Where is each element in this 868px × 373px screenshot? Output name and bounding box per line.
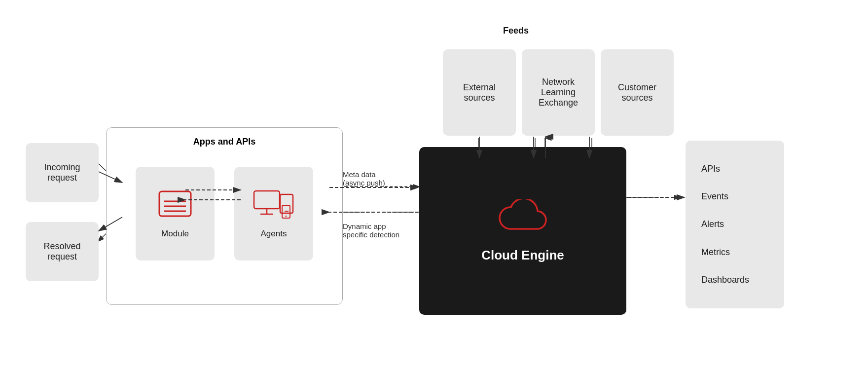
customer-sources-box: Customer sources	[601, 49, 674, 136]
cloud-engine-box: Cloud Engine	[419, 147, 626, 315]
output-events: Events	[701, 191, 728, 202]
meta-data-label: Meta data (async push)	[343, 170, 385, 187]
external-sources-box: External sources	[443, 49, 516, 136]
agents-icon	[252, 188, 296, 224]
cloud-icon	[498, 199, 547, 239]
agents-box: Agents	[234, 167, 313, 261]
svg-rect-15	[159, 191, 191, 216]
svg-rect-19	[254, 191, 280, 209]
output-alerts: Alerts	[701, 219, 724, 229]
dynamic-detection-label: Dynamic app specific detection	[343, 222, 412, 239]
diagram-container: Feeds Output Incoming request Resolved r…	[0, 0, 868, 373]
output-box: APIs Events Alerts Metrics Dashboards	[686, 141, 784, 308]
apps-apis-label: Apps and APIs	[193, 137, 255, 147]
resolved-request-box: Resolved request	[26, 222, 99, 281]
output-apis: APIs	[701, 164, 720, 174]
module-box: Module	[136, 167, 215, 261]
output-dashboards: Dashboards	[701, 275, 749, 285]
output-metrics: Metrics	[701, 247, 730, 258]
module-icon	[155, 188, 195, 224]
feeds-label: Feeds	[503, 26, 529, 36]
apps-apis-container: Apps and APIs Module	[106, 127, 343, 305]
incoming-request-box: Incoming request	[26, 143, 99, 202]
network-learning-exchange-box: Network Learning Exchange	[522, 49, 595, 136]
